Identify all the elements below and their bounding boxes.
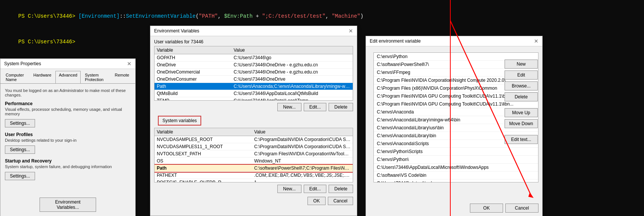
sys-var-row[interactable]: OSWindows_NT <box>154 158 353 165</box>
sys-var-row[interactable]: PATHEXT.COM;.EXE;.BAT;.CMD;.VBS;.VBE;.JS… <box>154 172 353 179</box>
user-var-variable: QtMsBuild <box>154 90 231 97</box>
env-cancel-button[interactable]: Cancel <box>328 197 353 205</box>
edit-move-up-button[interactable]: Move Up <box>505 108 538 117</box>
env-vars-close[interactable]: ✕ <box>349 28 353 34</box>
user-var-row[interactable]: QtMsBuildC:\Users\73446\AppData\Local\Qt… <box>154 90 353 97</box>
edit-env-window: Edit environment variable ✕ C:\envs\Pyth… <box>366 36 543 216</box>
performance-settings-button[interactable]: Settings... <box>5 119 35 127</box>
system-properties-tabs: Computer Name Hardware Advanced System P… <box>0 69 135 84</box>
edit-browse-button[interactable]: Browse... <box>505 81 538 90</box>
tab-system-protection[interactable]: System Protection <box>81 71 110 83</box>
env-vars-titlebar: Environment Variables ✕ <box>150 26 357 36</box>
user-var-variable: GOPATH <box>154 54 231 61</box>
sys-var-row[interactable]: PathC:\software\PowerShell\7;C:\Program … <box>154 165 353 172</box>
sys-var-variable: Path <box>154 165 252 172</box>
tab-remote[interactable]: Remote <box>111 71 133 83</box>
user-vars-table-container[interactable]: Variable Value GOPATHC:\Users\73446\goOn… <box>154 46 353 101</box>
sys-var-row[interactable]: NVCUDASAMPLES11_1_ROOTC:\ProgramData\NVI… <box>154 143 353 150</box>
sys-var-value: Windows_NT <box>252 158 353 165</box>
sys-var-variable: NVCUDASAMPLES11_1_ROOT <box>154 143 252 150</box>
user-var-variable: OneDriveConsumer <box>154 76 231 83</box>
sys-var-row[interactable]: NVTOOLSEXT_PATHC:\Program Files\NVIDIA C… <box>154 150 353 158</box>
section-performance-desc: Visual effects, processor scheduling, me… <box>5 107 131 116</box>
sys-var-value: C:\ProgramData\NVIDIA Corporation\CUDA S… <box>252 143 353 150</box>
sys-vars-table: Variable Value NVCUDASAMPLES_ROOTC:\Prog… <box>154 128 353 182</box>
edit-ok-button[interactable]: OK <box>470 204 503 213</box>
section-performance-title: Performance <box>5 101 131 106</box>
edit-list-item[interactable]: C:\software\VS Code\bin <box>374 172 538 179</box>
user-new-button[interactable]: New... <box>277 103 301 111</box>
system-properties-close[interactable]: ✕ <box>127 61 132 66</box>
user-vars-label: User variables for 73446 <box>150 36 357 46</box>
tab-computer-name[interactable]: Computer Name <box>2 71 29 83</box>
sys-var-value: C:\Program Files\NVIDIA Corporation\NvTo… <box>252 150 353 158</box>
edit-list-item[interactable]: C:\envs\Python\Scripts <box>374 148 538 156</box>
edit-list-item[interactable]: C:\Users\73446\AppData\Local\Microsoft\W… <box>374 164 538 172</box>
profiles-settings-button[interactable]: Settings... <box>5 146 35 154</box>
user-var-variable: TEMP <box>154 97 231 101</box>
user-var-variable: Path <box>154 83 231 90</box>
env-vars-bottom-btns: OK Cancel <box>150 195 357 207</box>
sys-var-variable: NVCUDASAMPLES_ROOT <box>154 136 252 143</box>
sys-notice: You must be logged on as an Administrato… <box>5 88 131 97</box>
sys-vars-btn-row: New... Edit... Delete <box>150 182 357 195</box>
user-var-variable: OneDriveCommercial <box>154 69 231 76</box>
sys-var-value: 1 <box>252 179 353 183</box>
user-edit-button[interactable]: Edit... <box>304 103 327 111</box>
environment-variables-window: Environment Variables ✕ User variables f… <box>150 26 357 216</box>
env-ok-button[interactable]: OK <box>307 197 325 205</box>
sys-var-value: C:\software\PowerShell\7;C:\Program File… <box>252 165 353 172</box>
sys-var-variable: NVTOOLSEXT_PATH <box>154 150 252 158</box>
user-var-value: C:\Users\73446\OneDrive - e.gzhu.edu.cn <box>231 61 353 69</box>
col-value: Value <box>231 46 353 54</box>
sys-var-row[interactable]: NVCUDASAMPLES_ROOTC:\ProgramData\NVIDIA … <box>154 136 353 143</box>
user-var-row[interactable]: PathC:\Users\Anaconda;C:\envs\Anaconda\L… <box>154 83 353 90</box>
sys-var-variable: PATHEXT <box>154 172 252 179</box>
section-startup-title: Startup and Recovery <box>5 158 131 164</box>
tab-hardware[interactable]: Hardware <box>30 71 55 83</box>
sys-var-row[interactable]: POSTGIS_ENABLE_OUTDB_R...1 <box>154 179 353 183</box>
edit-list-item[interactable]: C:\envs\Python\ <box>374 156 538 164</box>
system-properties-titlebar: System Properties ✕ <box>0 59 135 69</box>
system-properties-content: You must be logged on as an Administrato… <box>0 84 135 189</box>
edit-new-button[interactable]: New <box>505 60 538 69</box>
section-startup-desc: System startup, system failure, and debu… <box>5 164 131 169</box>
user-var-value: C:\Users\73446\OneDrive <box>231 76 353 83</box>
user-var-row[interactable]: OneDriveConsumerC:\Users\73446\OneDrive <box>154 76 353 83</box>
edit-edit-button[interactable]: Edit <box>505 70 538 80</box>
sys-var-value: .COM;.EXE;.BAT;.CMD;.VBS;.VBE;.JS;.JSE;.… <box>252 172 353 179</box>
user-var-value: C:\Users\73446\AppData\Local\Temp <box>231 97 353 101</box>
sys-var-variable: OS <box>154 158 252 165</box>
tab-advanced[interactable]: Advanced <box>55 71 81 83</box>
user-var-row[interactable]: GOPATHC:\Users\73446\go <box>154 54 353 61</box>
user-delete-button[interactable]: Delete <box>329 103 353 111</box>
edit-move-down-button[interactable]: Move Down <box>505 119 538 128</box>
startup-settings-button[interactable]: Settings... <box>5 172 35 180</box>
col-variable: Variable <box>154 46 231 54</box>
sys-new-button[interactable]: New... <box>277 185 301 193</box>
sys-var-variable: POSTGIS_ENABLE_OUTDB_R... <box>154 179 252 183</box>
env-vars-title: Environment Variables <box>154 28 199 34</box>
edit-delete-button[interactable]: Delete <box>505 92 538 101</box>
user-var-row[interactable]: OneDriveC:\Users\73446\OneDrive - e.gzhu… <box>154 61 353 69</box>
user-var-value: C:\Users\73446\go <box>231 54 353 61</box>
edit-env-body: C:\envs\PythonC:\software\PowerShell\7\C… <box>366 46 542 205</box>
sys-vars-section: System variables <box>150 113 357 128</box>
user-vars-table: Variable Value GOPATHC:\Users\73446\goOn… <box>154 46 353 101</box>
user-var-row[interactable]: OneDriveCommercialC:\Users\73446\OneDriv… <box>154 69 353 76</box>
sys-var-value: C:\ProgramData\NVIDIA Corporation\CUDA S… <box>252 136 353 143</box>
user-var-row[interactable]: TEMPC:\Users\73446\AppData\Local\Temp <box>154 97 353 101</box>
sys-edit-button[interactable]: Edit... <box>304 185 327 193</box>
sys-vars-table-container[interactable]: Variable Value NVCUDASAMPLES_ROOTC:\Prog… <box>154 128 353 182</box>
environment-variables-button[interactable]: Environment Variables... <box>40 198 96 212</box>
edit-list-item[interactable]: C:\Users\73446\.dotnet\tools <box>374 179 538 182</box>
edit-btn-panel: New Edit Browse... Delete Move Up Move D… <box>505 60 538 144</box>
edit-env-close[interactable]: ✕ <box>534 38 538 44</box>
sys-delete-button[interactable]: Delete <box>329 185 353 193</box>
sys-col-value: Value <box>252 128 353 136</box>
user-var-value: C:\Users\Anaconda;C:\envs\Anaconda\Libra… <box>231 83 353 90</box>
edit-text-button[interactable]: Edit text... <box>505 135 538 144</box>
edit-cancel-button[interactable]: Cancel <box>505 204 538 213</box>
system-properties-window: System Properties ✕ Computer Name Hardwa… <box>0 58 136 216</box>
user-var-variable: OneDrive <box>154 61 231 69</box>
